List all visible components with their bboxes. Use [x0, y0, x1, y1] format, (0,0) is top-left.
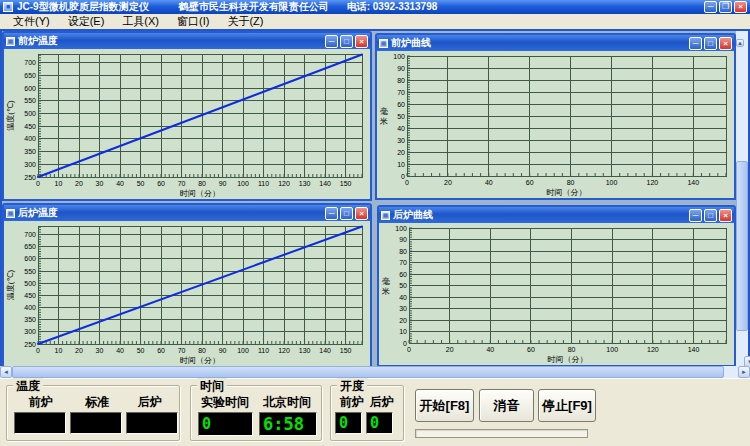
svg-text:90: 90	[219, 347, 227, 354]
display-rear-opening: 0	[366, 412, 393, 434]
svg-text:温度(℃): 温度(℃)	[6, 100, 15, 131]
child-window-rear-curve: ▦ 后炉曲线 ─ □ × 020406080100120140010203040…	[377, 205, 736, 367]
svg-text:110: 110	[258, 180, 269, 187]
scroll-up-icon[interactable]: ▲	[736, 39, 744, 47]
svg-text:650: 650	[24, 243, 36, 250]
menu-item-window[interactable]: 窗口(I)	[168, 14, 218, 29]
chart-window-icon: ▦	[6, 209, 15, 218]
child-titlebar-front-temp[interactable]: ▦ 前炉温度 ─ □ ×	[4, 33, 370, 49]
svg-text:130: 130	[299, 180, 311, 187]
svg-text:70: 70	[178, 347, 186, 354]
app-icon: ■	[3, 2, 13, 12]
start-button[interactable]: 开始[F8]	[415, 389, 474, 422]
svg-text:650: 650	[24, 72, 36, 79]
display-standard-temp	[70, 412, 122, 434]
close-button[interactable]: ×	[734, 1, 747, 13]
svg-text:80: 80	[198, 347, 206, 354]
svg-text:30: 30	[96, 347, 104, 354]
svg-text:70: 70	[178, 180, 186, 187]
child-close-button[interactable]: ×	[355, 35, 368, 48]
child-close-button[interactable]: ×	[355, 207, 368, 220]
child-maximize-button[interactable]: □	[704, 37, 717, 50]
svg-text:60: 60	[526, 179, 534, 186]
svg-text:40: 40	[397, 125, 405, 132]
chart-area-front-temp: 0102030405060708090100110120130140150250…	[4, 49, 370, 199]
vertical-scrollbar-thumb[interactable]	[736, 161, 748, 331]
child-titlebar-rear-temp[interactable]: ▦ 后炉温度 ─ □ ×	[4, 205, 370, 221]
svg-text:50: 50	[399, 282, 407, 289]
svg-text:40: 40	[116, 180, 124, 187]
child-close-button[interactable]: ×	[719, 37, 732, 50]
vertical-scrollbar[interactable]: ▲ ▼	[736, 31, 748, 368]
menu-item-settings[interactable]: 设定(E)	[59, 14, 114, 29]
svg-text:温度(℃): 温度(℃)	[6, 270, 15, 301]
svg-text:500: 500	[24, 280, 36, 287]
svg-text:50: 50	[397, 113, 405, 120]
app-window: ■ JC-9型微机胶质层指数测定仪 鹤壁市民生科技开发有限责任公司 电话: 03…	[0, 0, 750, 446]
label-standard: 标准	[85, 394, 109, 411]
svg-text:70: 70	[399, 259, 407, 266]
svg-text:80: 80	[568, 346, 576, 353]
svg-text:700: 700	[24, 231, 36, 238]
group-temperature: 温度 前炉 标准 后炉	[6, 385, 180, 441]
display-experiment-time: 0	[198, 412, 253, 436]
child-maximize-button[interactable]: □	[704, 209, 717, 222]
chart-canvas-front-curve: 0204060801001201400102030405060708090100…	[377, 51, 734, 198]
svg-text:120: 120	[278, 347, 290, 354]
child-titlebar-rear-curve[interactable]: ▦ 后炉曲线 ─ □ ×	[379, 207, 734, 223]
phone-number: 电话: 0392-3313798	[347, 0, 438, 14]
mute-button[interactable]: 消音	[479, 389, 534, 422]
child-minimize-button[interactable]: ─	[325, 35, 338, 48]
label-front-furnace: 前炉	[29, 394, 53, 411]
group-time-title: 时间	[197, 378, 227, 395]
svg-text:30: 30	[96, 180, 104, 187]
child-minimize-button[interactable]: ─	[689, 209, 702, 222]
child-maximize-button[interactable]: □	[340, 35, 353, 48]
svg-text:100: 100	[237, 347, 249, 354]
svg-text:400: 400	[24, 304, 36, 311]
svg-text:30: 30	[399, 305, 407, 312]
label-rear-opening: 后炉	[370, 394, 394, 411]
svg-text:60: 60	[399, 271, 407, 278]
svg-text:50: 50	[137, 347, 145, 354]
child-minimize-button[interactable]: ─	[325, 207, 338, 220]
scroll-right-icon[interactable]: ►	[738, 366, 750, 378]
svg-text:150: 150	[340, 347, 352, 354]
svg-text:80: 80	[198, 180, 206, 187]
window-frame-left	[0, 31, 2, 368]
svg-text:毫: 毫	[382, 276, 390, 286]
menu-item-file[interactable]: 文件(Y)	[4, 14, 59, 29]
label-beijing-time: 北京时间	[263, 394, 311, 411]
minimize-button[interactable]: ─	[704, 1, 717, 13]
svg-text:140: 140	[319, 180, 331, 187]
svg-text:300: 300	[24, 328, 36, 335]
svg-text:时间（分）: 时间（分）	[180, 356, 220, 365]
horizontal-scrollbar-thumb[interactable]	[12, 366, 724, 378]
svg-text:90: 90	[397, 65, 405, 72]
svg-text:140: 140	[687, 179, 699, 186]
group-time: 时间 实验时间 北京时间 0 6:58	[190, 385, 322, 441]
svg-text:0: 0	[36, 347, 40, 354]
menu-item-tools[interactable]: 工具(X)	[113, 14, 168, 29]
child-close-button[interactable]: ×	[719, 209, 732, 222]
svg-text:40: 40	[399, 294, 407, 301]
stop-button[interactable]: 停止[F9]	[538, 389, 596, 422]
child-window-front-temp: ▦ 前炉温度 ─ □ × 010203040506070809010011012…	[2, 31, 372, 201]
restore-button[interactable]: ❐	[719, 1, 732, 13]
svg-text:600: 600	[24, 255, 36, 262]
child-maximize-button[interactable]: □	[340, 207, 353, 220]
menu-item-about[interactable]: 关于(Z)	[218, 14, 272, 29]
child-minimize-button[interactable]: ─	[689, 37, 702, 50]
child-window-title: 前炉温度	[18, 34, 58, 48]
svg-text:0: 0	[36, 180, 40, 187]
display-rear-temp	[126, 412, 178, 434]
menubar: 文件(Y) 设定(E) 工具(X) 窗口(I) 关于(Z)	[0, 14, 750, 29]
child-titlebar-front-curve[interactable]: ▦ 前炉曲线 ─ □ ×	[377, 35, 734, 51]
scroll-left-icon[interactable]: ◄	[0, 366, 12, 378]
chart-canvas-rear-curve: 0204060801001201400102030405060708090100…	[379, 223, 734, 365]
svg-text:40: 40	[485, 179, 493, 186]
svg-text:300: 300	[24, 161, 36, 168]
horizontal-scrollbar-track[interactable]	[12, 366, 738, 378]
chart-window-icon: ▦	[379, 39, 388, 48]
horizontal-scrollbar[interactable]: ◄ ►	[0, 366, 750, 378]
